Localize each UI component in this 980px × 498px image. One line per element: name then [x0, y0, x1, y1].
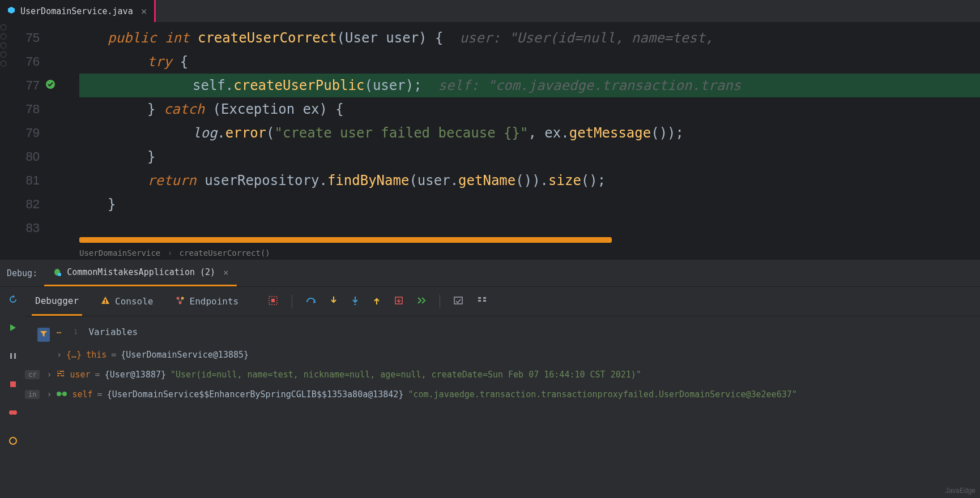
stop-button[interactable]	[6, 377, 20, 391]
editor-tabs: UserDomainService.java ×	[0, 0, 980, 23]
code-line[interactable]: } catch (Exception ex) {	[79, 97, 980, 121]
svg-rect-21	[478, 297, 481, 299]
breadcrumb-class[interactable]: UserDomainService	[79, 248, 160, 257]
svg-rect-11	[105, 299, 106, 302]
breakpoint-check-icon[interactable]	[45, 79, 56, 91]
context-badge: cr	[25, 370, 40, 379]
gutter: 75 76 77 78 79 80 81 82 83 ⬡ ⬡ ⬡ ⬡ ⬡	[0, 23, 74, 260]
code-line[interactable]: log.error("create user failed because {}…	[79, 121, 980, 145]
line-number: 82	[0, 197, 40, 212]
svg-rect-17	[271, 299, 275, 302]
variable-row-self[interactable]: in › self = {UserDomainService$$Enhancer…	[25, 385, 980, 404]
close-icon[interactable]: ×	[223, 267, 229, 278]
line-number: 80	[0, 149, 40, 164]
line-number: 83	[0, 221, 40, 235]
trace-icon[interactable]	[478, 297, 488, 306]
tab-filename: UserDomainService.java	[20, 6, 133, 16]
svg-point-28	[58, 371, 60, 372]
svg-point-31	[57, 392, 61, 396]
svg-marker-0	[8, 7, 15, 14]
endpoints-tab[interactable]: Endpoints	[172, 287, 242, 316]
more-icon[interactable]: ⋯	[57, 328, 62, 337]
chevron-right-icon[interactable]: ›	[57, 350, 62, 360]
svg-rect-20	[454, 297, 462, 304]
pause-button[interactable]	[6, 349, 20, 363]
context-badge: in	[25, 390, 40, 399]
breadcrumb-method[interactable]: createUserCorrect()	[180, 248, 270, 257]
separator	[440, 295, 440, 308]
breadcrumb-sep-icon: ›	[168, 248, 172, 257]
filter-icon[interactable]	[37, 328, 50, 342]
variable-row-this[interactable]: › {…} this = {UserDomainService@13885}	[57, 345, 980, 364]
glasses-icon	[56, 389, 67, 400]
show-execution-point-icon[interactable]	[268, 295, 278, 307]
step-over-icon[interactable]	[306, 297, 316, 306]
svg-point-9	[12, 410, 17, 415]
variables-title: Variables	[88, 327, 138, 337]
chevron-right-icon[interactable]: ›	[46, 389, 52, 400]
debug-toolbar	[0, 287, 26, 498]
code-line[interactable]: public int createUserCorrect(User user) …	[79, 26, 980, 50]
line-number: 77	[0, 78, 40, 93]
bug-icon	[52, 267, 62, 278]
warning-icon	[100, 295, 110, 308]
svg-rect-24	[483, 300, 486, 302]
rerun-button[interactable]	[6, 293, 20, 306]
svg-rect-5	[10, 353, 12, 359]
line-number: 76	[0, 54, 40, 69]
svg-rect-12	[105, 302, 106, 303]
line-number: 79	[0, 126, 40, 140]
svg-point-10	[10, 437, 16, 444]
separator	[292, 295, 292, 308]
editor[interactable]: 75 76 77 78 79 80 81 82 83 ⬡ ⬡ ⬡ ⬡ ⬡ pub…	[0, 23, 980, 260]
svg-point-32	[62, 392, 67, 396]
line-number: 78	[0, 102, 40, 117]
code-line[interactable]: return userRepository.findByName(user.ge…	[79, 169, 980, 192]
step-out-icon[interactable]	[373, 295, 381, 307]
debugger-tab[interactable]: Debugger	[32, 287, 82, 316]
code-line[interactable]: }	[79, 192, 980, 216]
svg-rect-22	[478, 300, 481, 302]
tab-close-icon[interactable]: ×	[141, 5, 147, 17]
line-number: 81	[0, 173, 40, 188]
debug-main: Debugger Console Endpoints	[26, 287, 980, 498]
svg-point-30	[59, 375, 61, 377]
code-line-current[interactable]: self.createUserPublic(user); self: "com.…	[79, 74, 980, 97]
line-number: 75	[0, 31, 40, 45]
endpoints-icon	[175, 295, 185, 308]
step-into-icon[interactable]	[330, 295, 338, 307]
debug-tabs: Debugger Console Endpoints	[26, 287, 980, 316]
evaluate-expression-icon[interactable]	[454, 296, 464, 307]
debug-config-tab[interactable]: CommonMistakesApplication (2) ×	[44, 260, 237, 286]
horizontal-scrollbar[interactable]	[79, 237, 612, 243]
debug-config-name: CommonMistakesApplication (2)	[67, 267, 215, 277]
watermark: JavaEdge	[945, 487, 975, 495]
chevron-right-icon[interactable]: ›	[46, 370, 52, 380]
svg-rect-6	[14, 353, 16, 359]
debug-panel: Debug: CommonMistakesApplication (2) × D…	[0, 260, 980, 498]
run-to-cursor-icon[interactable]	[417, 297, 426, 306]
view-breakpoints-button[interactable]	[6, 406, 20, 419]
debug-header: Debug: CommonMistakesApplication (2) ×	[0, 260, 980, 287]
force-step-into-icon[interactable]	[351, 295, 359, 307]
debug-label: Debug:	[0, 268, 44, 278]
drop-frame-icon[interactable]	[394, 296, 403, 307]
code-line[interactable]: try {	[79, 50, 980, 74]
code-line[interactable]: }	[79, 145, 980, 169]
svg-rect-23	[483, 297, 486, 299]
console-tab[interactable]: Console	[97, 287, 156, 316]
java-class-icon	[7, 6, 16, 16]
variable-row-user[interactable]: cr › user = {User@13887} "User(id=null, …	[25, 364, 980, 385]
settings-icon	[56, 369, 65, 380]
svg-rect-18	[354, 304, 356, 305]
svg-point-29	[62, 373, 63, 375]
file-tab[interactable]: UserDomainService.java ×	[0, 0, 156, 22]
breadcrumb[interactable]: UserDomainService › createUserCorrect()	[79, 248, 270, 257]
object-badge-icon: {…}	[66, 350, 82, 360]
svg-rect-7	[10, 381, 16, 387]
svg-point-4	[58, 273, 61, 276]
resume-button[interactable]	[6, 321, 20, 334]
variables-panel: ⋯ 1 Variables › {…} this = {UserDomainSe…	[26, 316, 980, 404]
variables-header: ⋯ 1 Variables	[57, 324, 980, 345]
mute-breakpoints-button[interactable]	[6, 434, 20, 448]
